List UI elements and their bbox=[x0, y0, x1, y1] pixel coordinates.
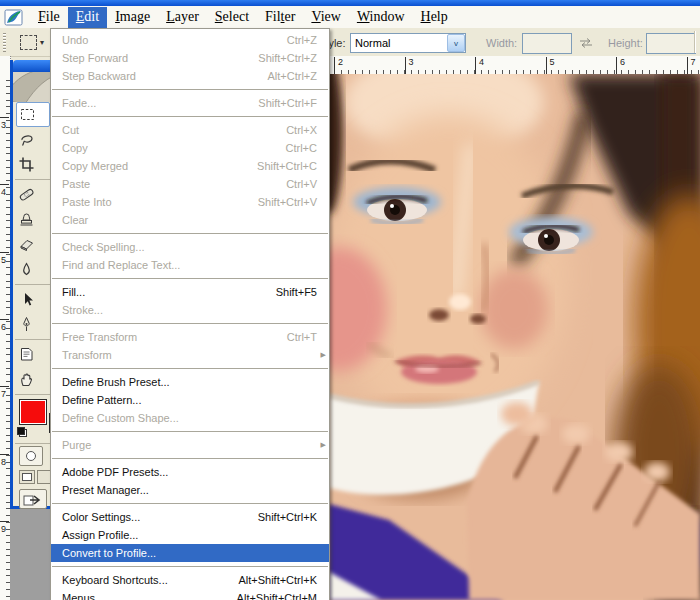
menu-item-shortcut: Ctrl+C bbox=[286, 142, 317, 154]
menu-separator bbox=[52, 431, 328, 432]
menu-item-label: Adobe PDF Presets... bbox=[62, 466, 317, 478]
menu-item-preset-manager[interactable]: Preset Manager... bbox=[51, 481, 329, 499]
ruler-number: 6 bbox=[620, 57, 625, 67]
jump-to-imageready-button[interactable] bbox=[19, 489, 47, 509]
menu-item-label: Clear bbox=[62, 214, 317, 226]
ruler-number: 4 bbox=[1, 187, 6, 197]
menu-separator bbox=[52, 566, 328, 567]
menu-item-define-custom-shape: Define Custom Shape... bbox=[51, 409, 329, 427]
hand-icon bbox=[18, 371, 35, 388]
menu-help[interactable]: Help bbox=[413, 7, 456, 28]
menu-bar: FileEditImageLayerSelectFilterViewWindow… bbox=[0, 6, 700, 29]
menu-item-label: Assign Profile... bbox=[62, 529, 317, 541]
menu-bar-items: FileEditImageLayerSelectFilterViewWindow… bbox=[30, 7, 456, 28]
menu-separator bbox=[52, 323, 328, 324]
healing-brush-icon bbox=[18, 186, 35, 203]
tool-preset-picker[interactable]: ▾ bbox=[14, 32, 48, 52]
photoshop-window: FileEditImageLayerSelectFilterViewWindow… bbox=[0, 0, 700, 600]
menu-item-shortcut: Shift+F5 bbox=[276, 286, 317, 298]
foreground-color-swatch[interactable] bbox=[19, 399, 47, 425]
menu-layer[interactable]: Layer bbox=[158, 7, 207, 28]
horizontal-ruler[interactable]: 234567 bbox=[328, 56, 700, 75]
menu-item-copy: CopyCtrl+C bbox=[51, 139, 329, 157]
width-label: Width: bbox=[486, 37, 517, 49]
menu-separator bbox=[52, 233, 328, 234]
menu-item-shortcut: Shift+Ctrl+K bbox=[258, 511, 317, 523]
quick-mask-button[interactable] bbox=[19, 446, 43, 466]
menu-item-adobe-pdf-presets[interactable]: Adobe PDF Presets... bbox=[51, 463, 329, 481]
rectangular-marquee-tool[interactable] bbox=[16, 102, 50, 127]
portrait-photo-canvas[interactable] bbox=[329, 74, 700, 600]
ruler-number: 7 bbox=[1, 389, 6, 399]
submenu-arrow-icon: ▶ bbox=[321, 351, 326, 359]
toolbox-separator bbox=[15, 179, 55, 180]
menu-item-label: Check Spelling... bbox=[62, 241, 317, 253]
height-label: Height: bbox=[608, 37, 643, 49]
default-colors-icon[interactable] bbox=[17, 427, 27, 437]
menu-view[interactable]: View bbox=[303, 7, 349, 28]
menu-item-define-pattern[interactable]: Define Pattern... bbox=[51, 391, 329, 409]
swap-dimensions-icon[interactable] bbox=[578, 38, 594, 48]
menu-item-keyboard-shortcuts[interactable]: Keyboard Shortcuts...Alt+Shift+Ctrl+K bbox=[51, 571, 329, 589]
ruler-number: 8 bbox=[1, 457, 6, 467]
marquee-preset-icon bbox=[20, 35, 37, 50]
menu-item-shortcut: Ctrl+Z bbox=[287, 34, 317, 46]
menu-item-free-transform: Free TransformCtrl+T bbox=[51, 328, 329, 346]
menu-item-convert-to-profile[interactable]: Convert to Profile... bbox=[51, 544, 329, 562]
menu-separator bbox=[52, 503, 328, 504]
edit-menu: UndoCtrl+ZStep ForwardShift+Ctrl+ZStep B… bbox=[50, 28, 330, 600]
rectangular-marquee-icon bbox=[19, 106, 36, 123]
menu-item-step-backward: Step BackwardAlt+Ctrl+Z bbox=[51, 67, 329, 85]
toolbox-separator bbox=[15, 339, 55, 340]
menu-file[interactable]: File bbox=[30, 7, 68, 28]
ruler-number: 3 bbox=[409, 57, 414, 67]
ruler-number: 7 bbox=[691, 57, 696, 67]
menu-item-paste: PasteCtrl+V bbox=[51, 175, 329, 193]
menu-item-shortcut: Ctrl+V bbox=[286, 178, 317, 190]
menu-item-fill[interactable]: Fill...Shift+F5 bbox=[51, 283, 329, 301]
menu-separator bbox=[52, 116, 328, 117]
style-dropdown[interactable]: Normal v bbox=[350, 33, 466, 53]
height-input[interactable] bbox=[646, 33, 696, 54]
menu-item-label: Undo bbox=[62, 34, 287, 46]
submenu-arrow-icon: ▶ bbox=[321, 441, 326, 449]
menu-item-transform: Transform▶ bbox=[51, 346, 329, 364]
menu-window[interactable]: Window bbox=[349, 7, 413, 28]
menu-item-menus[interactable]: Menus...Alt+Shift+Ctrl+M bbox=[51, 589, 329, 600]
menu-edit[interactable]: Edit bbox=[68, 7, 107, 28]
ruler-number: 9 bbox=[1, 524, 6, 534]
ruler-number: 6 bbox=[1, 322, 6, 332]
menu-item-label: Step Backward bbox=[62, 70, 267, 82]
menu-item-shortcut: Alt+Ctrl+Z bbox=[267, 70, 317, 82]
menu-item-shortcut: Shift+Ctrl+V bbox=[258, 196, 317, 208]
menu-item-label: Purge bbox=[62, 439, 317, 451]
menu-item-define-brush-preset[interactable]: Define Brush Preset... bbox=[51, 373, 329, 391]
menu-item-label: Define Pattern... bbox=[62, 394, 317, 406]
combo-arrow-icon[interactable]: v bbox=[447, 34, 465, 52]
menu-item-step-forward: Step ForwardShift+Ctrl+Z bbox=[51, 49, 329, 67]
menu-item-label: Paste Into bbox=[62, 196, 258, 208]
width-input[interactable] bbox=[522, 33, 572, 54]
menu-item-label: Convert to Profile... bbox=[62, 547, 317, 559]
menu-image[interactable]: Image bbox=[107, 7, 158, 28]
options-grip bbox=[3, 32, 6, 52]
menu-item-label: Fade... bbox=[62, 97, 258, 109]
options-separator bbox=[694, 31, 696, 53]
menu-item-label: Stroke... bbox=[62, 304, 317, 316]
menu-item-paste-into: Paste IntoShift+Ctrl+V bbox=[51, 193, 329, 211]
blur-icon bbox=[18, 261, 35, 278]
menu-item-undo: UndoCtrl+Z bbox=[51, 31, 329, 49]
menu-item-label: Free Transform bbox=[62, 331, 287, 343]
menu-filter[interactable]: Filter bbox=[257, 7, 303, 28]
menu-item-assign-profile[interactable]: Assign Profile... bbox=[51, 526, 329, 544]
menu-separator bbox=[52, 458, 328, 459]
clone-stamp-icon bbox=[18, 211, 35, 228]
menu-item-shortcut: Shift+Ctrl+Z bbox=[258, 52, 317, 64]
menu-select[interactable]: Select bbox=[207, 7, 257, 28]
lasso-icon bbox=[18, 131, 35, 148]
menu-item-clear: Clear bbox=[51, 211, 329, 229]
menu-item-color-settings[interactable]: Color Settings...Shift+Ctrl+K bbox=[51, 508, 329, 526]
standard-screen-mode-button[interactable] bbox=[19, 470, 35, 484]
menu-item-shortcut: Shift+Ctrl+F bbox=[258, 97, 317, 109]
menu-item-shortcut: Shift+Ctrl+C bbox=[257, 160, 317, 172]
